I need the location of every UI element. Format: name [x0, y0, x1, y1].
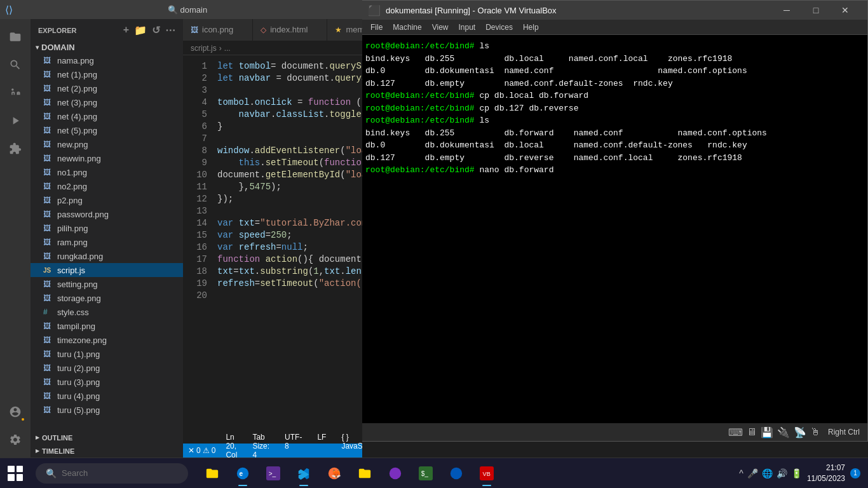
tab-icon-png[interactable]: 🖼 icon.png ✕	[183, 19, 253, 41]
file-item-turu1[interactable]: 🖼turu (1).png	[31, 347, 183, 361]
taskbar-app-vbox[interactable]: VB	[473, 459, 501, 487]
outline-section-toggle[interactable]: ▸ OUTLINE	[31, 431, 183, 444]
file-item-p2[interactable]: 🖼p2.png	[31, 193, 183, 207]
vbox-window-controls: ─ □ ✕	[772, 1, 860, 20]
taskbar-clock[interactable]: 21:07 11/05/2023	[807, 463, 845, 484]
error-count: 0	[196, 446, 201, 455]
code-editor[interactable]: 1 2 3 4 5 6 7 8 9 10 11 12 13 14 15 16 1	[183, 55, 362, 444]
file-item-nama-png[interactable]: 🖼nama.png	[31, 53, 183, 67]
file-item-setting[interactable]: 🖼setting.png	[31, 277, 183, 291]
status-tab-size[interactable]: Tab Size: 4	[250, 433, 272, 458]
status-encoding[interactable]: UTF-8	[282, 433, 304, 458]
taskbar-right: ^ 🎤 🌐 🔊 🔋 21:07 11/05/2023 1	[739, 463, 868, 484]
taskbar-battery-icon[interactable]: 🔋	[791, 468, 802, 478]
file-icon-png: 🖼	[43, 252, 53, 261]
file-item-net2[interactable]: 🖼net (2).png	[31, 81, 183, 95]
vbox-menu-input[interactable]: Input	[454, 23, 481, 32]
file-item-turu3[interactable]: 🖼turu (3).png	[31, 375, 183, 389]
status-language[interactable]: { } JavaScript	[339, 433, 362, 458]
outline-chevron-icon: ▸	[36, 433, 39, 442]
code-line-9: this.setTimeout(function(){	[215, 157, 362, 169]
terminal-line: db.0 db.dokumentasi named.conf named.con…	[365, 65, 862, 78]
taskbar-app-firefox[interactable]: 🦊	[320, 459, 348, 487]
taskbar-app-blue[interactable]	[442, 459, 470, 487]
taskbar-app-vscode[interactable]	[290, 459, 318, 487]
taskbar-app-terminal2[interactable]: $_	[412, 459, 440, 487]
vbox-menu-machine[interactable]: Machine	[388, 23, 426, 32]
file-item-ram[interactable]: 🖼ram.png	[31, 235, 183, 249]
start-button[interactable]	[0, 458, 31, 489]
activity-account[interactable]	[3, 399, 28, 424]
activity-source-control[interactable]	[3, 80, 28, 105]
taskbar-app-purple[interactable]	[381, 459, 409, 487]
taskbar-app-edge[interactable]: e	[229, 459, 257, 487]
status-eol[interactable]: LF	[315, 433, 329, 458]
file-item-stylecss[interactable]: #style.css	[31, 305, 183, 319]
file-item-no2[interactable]: 🖼no2.png	[31, 179, 183, 193]
taskbar-search-bar[interactable]: 🔍	[36, 463, 188, 484]
line-numbers: 1 2 3 4 5 6 7 8 9 10 11 12 13 14 15 16 1	[183, 55, 215, 444]
file-icon-png: 🖼	[43, 336, 53, 344]
file-item-turu4[interactable]: 🖼turu (4).png	[31, 389, 183, 403]
file-item-storage[interactable]: 🖼storage.png	[31, 291, 183, 305]
activity-run[interactable]	[3, 108, 28, 133]
more-options-icon[interactable]: ⋯	[165, 24, 175, 36]
file-item-scriptjs[interactable]: JSscript.js	[31, 263, 183, 277]
vbox-menu-view[interactable]: View	[427, 23, 454, 32]
file-item-newwin[interactable]: 🖼newwin.png	[31, 151, 183, 165]
status-position[interactable]: Ln 20, Col 1	[223, 433, 240, 458]
vbox-menu-file[interactable]: File	[365, 23, 388, 32]
vscode-titlebar: ⟨⟩ 🔍 domain	[0, 0, 362, 19]
tab-mem[interactable]: ★ mem... ✕	[327, 19, 362, 41]
editor-area: 🖼 icon.png ✕ ◇ index.html ✕ ★ mem... ✕ J…	[183, 19, 362, 458]
file-item-net3[interactable]: 🖼net (3).png	[31, 95, 183, 109]
taskbar-app-files[interactable]	[198, 459, 226, 487]
file-item-net5[interactable]: 🖼net (5).png	[31, 123, 183, 137]
vbox-menu-help[interactable]: Help	[518, 23, 544, 32]
vbox-maximize-button[interactable]: □	[801, 1, 831, 20]
file-icon-png: 🖼	[43, 112, 53, 121]
tab-index-html[interactable]: ◇ index.html ✕	[253, 19, 327, 41]
file-item-turu2[interactable]: 🖼turu (2).png	[31, 361, 183, 375]
activity-settings[interactable]	[3, 427, 28, 452]
terminal-line: bind.keys db.255 db.local named.conf.loc…	[365, 53, 862, 65]
activity-search[interactable]	[3, 52, 28, 78]
new-folder-icon[interactable]: 📁	[134, 24, 147, 36]
file-item-tampil[interactable]: 🖼tampil.png	[31, 319, 183, 333]
file-icon-png: 🖼	[43, 238, 53, 247]
taskbar-search-input[interactable]	[62, 468, 178, 478]
taskbar-app-filemanager[interactable]	[351, 459, 379, 487]
vbox-minimize-button[interactable]: ─	[772, 1, 801, 20]
file-item-net4[interactable]: 🖼net (4).png	[31, 109, 183, 123]
status-errors[interactable]: ✕ 0 ⚠ 0	[188, 446, 215, 455]
code-line-16: var refresh=null;	[215, 241, 362, 254]
file-item-rungkad[interactable]: 🖼rungkad.png	[31, 249, 183, 263]
taskbar-mic-icon[interactable]: 🎤	[747, 468, 758, 478]
taskbar-app-terminal[interactable]: >_	[259, 459, 287, 487]
taskbar-network-icon[interactable]: 🌐	[762, 468, 773, 478]
timeline-section-toggle[interactable]: ▸ TIMELINE	[31, 444, 183, 458]
file-item-new[interactable]: 🖼new.png	[31, 137, 183, 151]
refresh-icon[interactable]: ↺	[152, 24, 160, 36]
taskbar-volume-icon[interactable]: 🔊	[776, 468, 787, 478]
file-item-net1[interactable]: 🖼net (1).png	[31, 67, 183, 81]
activity-extensions[interactable]	[3, 136, 28, 161]
notification-badge[interactable]: 1	[850, 468, 860, 478]
vscode-window: ⟨⟩ 🔍 domain	[0, 0, 362, 458]
code-content[interactable]: let tombol= document.querySelector( let …	[215, 55, 362, 444]
new-file-icon[interactable]: +	[123, 24, 129, 36]
file-item-turu5[interactable]: 🖼turu (5).png	[31, 403, 183, 417]
folder-domain[interactable]: ▾ DOMAIN	[31, 41, 183, 53]
file-item-pilih[interactable]: 🖼pilih.png	[31, 221, 183, 235]
svg-text:🦊: 🦊	[331, 468, 342, 478]
vbox-close-button[interactable]: ✕	[831, 1, 860, 20]
vbox-terminal[interactable]: root@debian:/etc/bind# ls bind.keys db.2…	[360, 35, 867, 423]
file-item-timezone[interactable]: 🖼timezone.png	[31, 333, 183, 347]
file-item-password[interactable]: 🖼password.png	[31, 207, 183, 221]
activity-explorer[interactable]	[3, 24, 28, 50]
vbox-menu-devices[interactable]: Devices	[480, 23, 518, 32]
timeline-chevron-icon: ▸	[36, 447, 39, 455]
vscode-search-bar[interactable]: 🔍 domain	[18, 5, 357, 15]
file-item-no1[interactable]: 🖼no1.png	[31, 165, 183, 179]
taskbar-chevron-icon[interactable]: ^	[739, 468, 743, 478]
